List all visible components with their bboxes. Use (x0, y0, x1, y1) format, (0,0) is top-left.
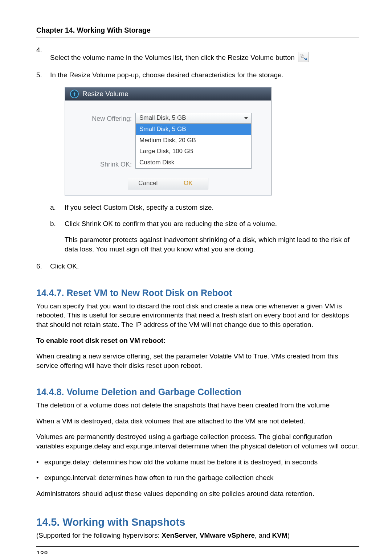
resize-volume-dialog: + Resize Volume New Offering: Small Disk… (65, 87, 271, 196)
dialog-title: Resize Volume (82, 89, 128, 99)
paragraph: (Supported for the following hypervisors… (36, 531, 359, 540)
paragraph: When a VM is destroyed, data disk volume… (36, 416, 359, 426)
text: , and (255, 532, 272, 539)
resize-volume-icon[interactable] (298, 52, 309, 62)
paragraph: The deletion of a volume does not delete… (36, 401, 359, 410)
ok-button[interactable]: OK (168, 178, 208, 189)
text: (Supported for the following hypervisors… (36, 532, 162, 539)
cancel-button[interactable]: Cancel (128, 178, 168, 189)
list-number: b. (50, 219, 65, 254)
bullet-text: expunge.interval: determines how often t… (44, 473, 274, 483)
new-offering-select[interactable]: Small Disk, 5 GB (135, 113, 252, 124)
list-number: 6. (36, 262, 50, 271)
paragraph: When creating a new service offering, se… (36, 352, 359, 370)
section-heading-1448: 14.4.8. Volume Deletion and Garbage Coll… (36, 386, 359, 398)
step-5a-text: If you select Custom Disk, specify a cus… (65, 204, 214, 211)
new-offering-label: New Offering: (75, 113, 135, 123)
paragraph: Volumes are permanently destroyed using … (36, 432, 359, 451)
svg-rect-1 (302, 56, 304, 58)
step-4-text: Select the volume name in the Volumes li… (50, 54, 295, 61)
new-offering-selected: Small Disk, 5 GB (139, 114, 186, 122)
paragraph: Administrators should adjust these value… (36, 489, 359, 498)
offering-option[interactable]: Large Disk, 100 GB (136, 146, 251, 157)
dialog-title-bar: + Resize Volume (65, 87, 271, 100)
chevron-down-icon (244, 117, 248, 119)
chapter-header: Chapter 14. Working With Storage (36, 25, 359, 37)
list-number: 4. (36, 45, 50, 62)
page-number: 138 (36, 546, 359, 554)
bullet-text: expunge.delay: determines how old the vo… (44, 457, 318, 467)
text: ) (287, 532, 290, 539)
step-5b-note: This parameter protects against inadvert… (65, 235, 359, 254)
step-6-text: Click OK. (50, 262, 79, 270)
offering-option[interactable]: Medium Disk, 20 GB (136, 135, 251, 146)
hypervisor-name: KVM (272, 532, 287, 539)
bullet-dot: • (36, 473, 44, 483)
hypervisor-name: VMware vSphere (200, 532, 255, 539)
shrink-ok-label: Shrink OK: (75, 142, 135, 169)
step-5-text: In the Resize Volume pop-up, choose desi… (50, 71, 283, 79)
offering-option[interactable]: Small Disk, 5 GB (136, 124, 251, 135)
svg-rect-0 (300, 54, 302, 56)
list-number: 5. (36, 70, 50, 254)
section-heading-145: 14.5. Working with Snapshots (36, 515, 359, 529)
subheading: To enable root disk reset on VM reboot: (36, 336, 359, 345)
step-5b-text: Click Shrink OK to confirm that you are … (65, 219, 359, 229)
list-number: a. (50, 203, 65, 212)
paragraph: You can specify that you want to discard… (36, 301, 359, 329)
text: , (196, 532, 200, 539)
section-heading-1447: 14.4.7. Reset VM to New Root Disk on Reb… (36, 287, 359, 299)
plus-circle-icon: + (70, 90, 79, 98)
bullet-dot: • (36, 457, 44, 467)
new-offering-dropdown: Small Disk, 5 GB Medium Disk, 20 GB Larg… (135, 123, 252, 169)
offering-option[interactable]: Custom Disk (136, 157, 251, 168)
hypervisor-name: XenServer (162, 532, 196, 539)
